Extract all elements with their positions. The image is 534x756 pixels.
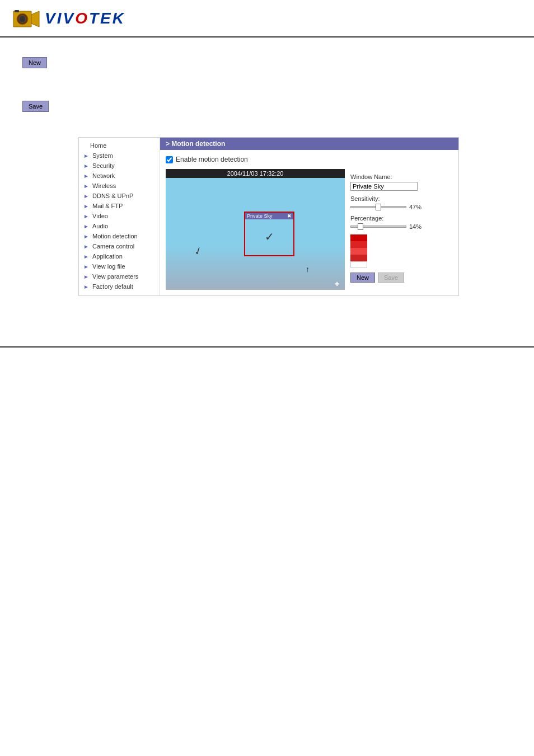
sidebar: Home ► System ► Security ► Network ► Wir…: [79, 138, 160, 295]
sidebar-label: Video: [92, 213, 108, 219]
arrow-icon: ►: [83, 183, 90, 189]
sensitivity-label: Sensitivity:: [350, 195, 453, 202]
sensitivity-thumb[interactable]: [376, 204, 381, 210]
sidebar-item-security[interactable]: ► Security: [79, 161, 160, 171]
enable-row: Enable motion detection: [166, 156, 453, 163]
save-button[interactable]: Save: [22, 101, 49, 112]
sidebar-item-motion-detection[interactable]: ► Motion detection: [79, 231, 160, 241]
arrow-icon: ►: [83, 264, 90, 270]
header: VIVOTEK: [0, 0, 534, 37]
sidebar-item-home[interactable]: Home: [79, 140, 160, 151]
new-button[interactable]: New: [22, 57, 47, 68]
bottom-buttons: New Save: [350, 273, 453, 283]
percentage-thumb[interactable]: [358, 223, 363, 230]
arrow-icon: ►: [83, 163, 90, 169]
sidebar-item-application[interactable]: ► Application: [79, 251, 160, 261]
motion-box-header: Private Sky ✖: [245, 213, 293, 219]
sensitivity-value: 47%: [409, 204, 426, 210]
sidebar-label: Mail & FTP: [92, 203, 123, 209]
percentage-track: [350, 226, 406, 228]
camera-timestamp: 2004/11/03 17:32:20: [166, 169, 345, 178]
motion-detection-box[interactable]: Private Sky ✖ ✓: [244, 212, 294, 256]
arrow-icon: ►: [83, 203, 90, 209]
arrow-icon: ►: [83, 243, 90, 250]
sidebar-item-audio[interactable]: ► Audio: [79, 221, 160, 231]
percentage-slider-row: 14%: [350, 223, 453, 230]
panel-main: > Motion detection Enable motion detecti…: [160, 138, 458, 295]
arrow-icon: ►: [83, 223, 90, 229]
sensitivity-slider-row: 47%: [350, 204, 453, 210]
sidebar-label: Network: [92, 172, 115, 179]
color-swatches: [350, 234, 453, 268]
sidebar-label: Security: [92, 162, 115, 169]
sidebar-label: DDNS & UPnP: [92, 192, 133, 199]
bird-silhouette-1: ✓: [192, 244, 204, 259]
swatch-1[interactable]: [350, 234, 367, 241]
logo-icon: [11, 6, 40, 31]
svg-marker-3: [31, 11, 39, 27]
swatch-4[interactable]: [350, 255, 367, 261]
sidebar-label: Audio: [92, 223, 108, 229]
main-content: New Save Home ► System ► Security ► Netw…: [0, 37, 534, 324]
swatch-2[interactable]: [350, 241, 367, 248]
enable-motion-label: Enable motion detection: [176, 156, 248, 163]
arrow-icon: ►: [83, 284, 90, 290]
bird-silhouette-2: ↑: [306, 265, 310, 274]
sensitivity-track: [350, 206, 406, 208]
camera-image: ✓ ↑ Private Sky ✖: [166, 178, 345, 290]
sidebar-item-view-log[interactable]: ► View log file: [79, 261, 160, 271]
motion-box-close[interactable]: ✖: [287, 213, 292, 219]
svg-point-2: [19, 16, 26, 22]
save-motion-button[interactable]: Save: [378, 273, 404, 283]
logo: VIVOTEK: [11, 6, 125, 31]
camera-view: 2004/11/03 17:32:20 ✓ ↑ Private Sky: [166, 169, 345, 290]
sidebar-item-video[interactable]: ► Video: [79, 211, 160, 221]
sidebar-item-system[interactable]: ► System: [79, 151, 160, 161]
logo-text: VIVOTEK: [45, 10, 125, 27]
sidebar-item-network[interactable]: ► Network: [79, 171, 160, 181]
arrow-icon: ►: [83, 193, 90, 199]
percentage-value: 14%: [409, 223, 426, 230]
percentage-label: Percentage:: [350, 215, 453, 222]
footer: [0, 346, 534, 359]
sidebar-item-wireless[interactable]: ► Wireless: [79, 181, 160, 191]
controls-panel: Window Name: Sensitivity: 47% Percentage…: [350, 169, 453, 290]
sidebar-label: Factory default: [92, 283, 133, 290]
window-name-label: Window Name:: [350, 173, 453, 180]
arrow-icon: ►: [83, 173, 90, 179]
motion-box-name: Private Sky: [247, 213, 273, 219]
sidebar-item-view-parameters[interactable]: ► View parameters: [79, 271, 160, 281]
sidebar-label: View log file: [92, 263, 125, 270]
panel-body: Enable motion detection 2004/11/03 17:32…: [160, 150, 458, 295]
bird-silhouette-3: ✓: [265, 230, 274, 243]
ui-panel: Home ► System ► Security ► Network ► Wir…: [78, 137, 459, 296]
sidebar-item-factory-default[interactable]: ► Factory default: [79, 281, 160, 292]
sidebar-item-camera-control[interactable]: ► Camera control: [79, 241, 160, 251]
arrow-icon: ►: [83, 233, 90, 240]
new-motion-button[interactable]: New: [350, 273, 375, 283]
swatch-5[interactable]: [350, 261, 367, 268]
corner-indicator: ✚: [335, 281, 339, 287]
arrow-icon: ►: [83, 253, 90, 260]
sidebar-label: Wireless: [92, 182, 116, 189]
sidebar-home-label: Home: [90, 142, 106, 149]
sidebar-item-ddns[interactable]: ► DDNS & UPnP: [79, 191, 160, 201]
window-name-input[interactable]: [350, 182, 418, 191]
panel-title: > Motion detection: [160, 138, 458, 150]
sidebar-label: Motion detection: [92, 233, 138, 240]
enable-motion-checkbox[interactable]: [166, 156, 173, 163]
sidebar-label: View parameters: [92, 273, 138, 280]
sidebar-label: Camera control: [92, 243, 134, 250]
swatch-3[interactable]: [350, 248, 367, 255]
sidebar-label: System: [92, 152, 113, 159]
sidebar-item-mail-ftp[interactable]: ► Mail & FTP: [79, 201, 160, 211]
arrow-icon: ►: [83, 274, 90, 280]
camera-area: 2004/11/03 17:32:20 ✓ ↑ Private Sky: [166, 169, 453, 290]
arrow-icon: ►: [83, 153, 90, 159]
sidebar-label: Application: [92, 253, 123, 260]
arrow-icon: ►: [83, 213, 90, 219]
svg-rect-4: [15, 10, 19, 12]
